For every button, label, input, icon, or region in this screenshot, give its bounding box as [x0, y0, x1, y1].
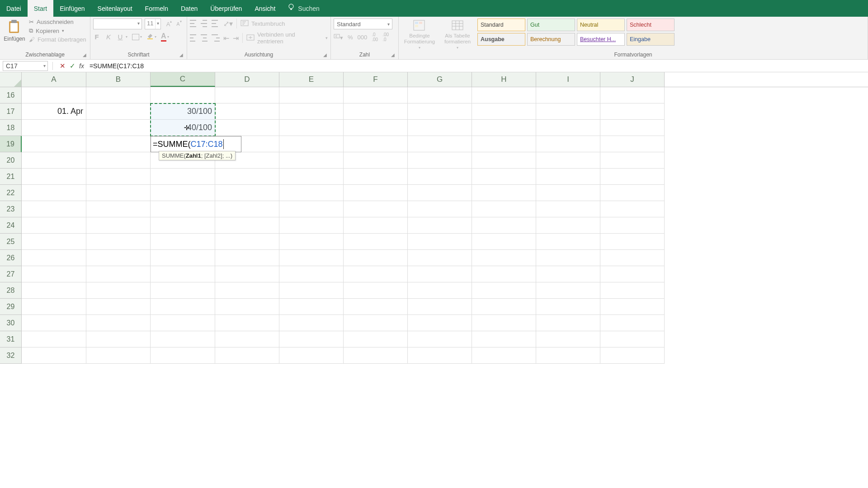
cell-D24[interactable] [215, 217, 279, 234]
decrease-font-button[interactable]: A▾ [174, 19, 183, 29]
cell-D22[interactable] [215, 185, 279, 201]
cell-F31[interactable] [344, 331, 408, 347]
cell-E30[interactable] [279, 315, 344, 331]
cell-C25[interactable] [151, 234, 215, 250]
tab-ansicht[interactable]: Ansicht [248, 0, 282, 17]
cell-editor[interactable]: =SUMME(C17:C18 [151, 136, 241, 152]
cell-B30[interactable] [86, 315, 151, 331]
style-standard[interactable]: Standard [477, 19, 525, 31]
cell-I30[interactable] [536, 315, 600, 331]
row-header-23[interactable]: 23 [0, 201, 22, 217]
cell-C30[interactable] [151, 315, 215, 331]
cancel-button[interactable]: ✕ [57, 62, 67, 70]
align-launcher-icon[interactable]: ◢ [323, 52, 327, 57]
cell-C24[interactable] [151, 217, 215, 234]
cell-E17[interactable] [279, 103, 344, 120]
cell-B31[interactable] [86, 331, 151, 347]
cell-C18[interactable]: 40/100 [151, 120, 215, 136]
cell-D32[interactable] [215, 347, 279, 364]
cell-J28[interactable] [600, 282, 665, 299]
cell-C22[interactable] [151, 185, 215, 201]
cell-B23[interactable] [86, 201, 151, 217]
cell-D26[interactable] [215, 250, 279, 266]
row-header-28[interactable]: 28 [0, 282, 22, 299]
underline-dropdown-icon[interactable]: ▾ [126, 35, 127, 39]
tab-start[interactable]: Start [28, 0, 54, 17]
cell-E21[interactable] [279, 169, 344, 185]
row-header-24[interactable]: 24 [0, 217, 22, 234]
format-as-table-button[interactable]: Als Tabelle formatieren ▾ [439, 19, 476, 51]
cell-H30[interactable] [472, 315, 536, 331]
cell-C21[interactable] [151, 169, 215, 185]
style-besuchter-link[interactable]: Besuchter H... [577, 33, 625, 46]
tab-seitenlayout[interactable]: Seitenlayout [91, 0, 139, 17]
cell-B20[interactable] [86, 152, 151, 169]
cell-G16[interactable] [408, 87, 472, 103]
tab-daten[interactable]: Daten [175, 0, 204, 17]
cell-H20[interactable] [472, 152, 536, 169]
cell-I31[interactable] [536, 331, 600, 347]
cell-E29[interactable] [279, 299, 344, 315]
style-neutral[interactable]: Neutral [577, 19, 625, 31]
cell-F28[interactable] [344, 282, 408, 299]
cell-A31[interactable] [22, 331, 86, 347]
column-header-J[interactable]: J [600, 72, 665, 87]
column-header-H[interactable]: H [472, 72, 536, 87]
decrease-decimal-button[interactable]: .00.0 [382, 32, 389, 42]
cell-J26[interactable] [600, 250, 665, 266]
cell-H29[interactable] [472, 299, 536, 315]
cell-I20[interactable] [536, 152, 600, 169]
conditional-formatting-button[interactable]: Bedingte Formatierung ▾ [401, 19, 438, 51]
cell-C32[interactable] [151, 347, 215, 364]
row-header-26[interactable]: 26 [0, 250, 22, 266]
cell-J18[interactable] [600, 120, 665, 136]
cell-J25[interactable] [600, 234, 665, 250]
cell-B19[interactable] [86, 136, 151, 152]
row-header-21[interactable]: 21 [0, 169, 22, 185]
comma-format-button[interactable]: 000 [358, 34, 368, 41]
cell-F26[interactable] [344, 250, 408, 266]
cell-E28[interactable] [279, 282, 344, 299]
cell-J27[interactable] [600, 266, 665, 282]
cell-E23[interactable] [279, 201, 344, 217]
cell-C28[interactable] [151, 282, 215, 299]
column-header-F[interactable]: F [344, 72, 408, 87]
cell-H21[interactable] [472, 169, 536, 185]
cell-B32[interactable] [86, 347, 151, 364]
cell-G32[interactable] [408, 347, 472, 364]
cell-A22[interactable] [22, 185, 86, 201]
cell-E31[interactable] [279, 331, 344, 347]
copy-button[interactable]: ⧉ Kopieren ▾ [29, 27, 86, 34]
cell-D18[interactable] [215, 120, 279, 136]
align-center-button[interactable] [201, 34, 209, 42]
cell-I19[interactable] [536, 136, 600, 152]
cell-A24[interactable] [22, 217, 86, 234]
column-header-B[interactable]: B [86, 72, 151, 87]
cell-C27[interactable] [151, 266, 215, 282]
cell-C16[interactable] [151, 87, 215, 103]
cell-B18[interactable] [86, 120, 151, 136]
cell-G31[interactable] [408, 331, 472, 347]
underline-button[interactable]: U [117, 33, 124, 41]
name-box[interactable]: C17 ▾ [3, 61, 48, 71]
cell-D29[interactable] [215, 299, 279, 315]
cell-J32[interactable] [600, 347, 665, 364]
cell-G19[interactable] [408, 136, 472, 152]
cell-H32[interactable] [472, 347, 536, 364]
cell-F22[interactable] [344, 185, 408, 201]
column-header-I[interactable]: I [536, 72, 600, 87]
cell-A21[interactable] [22, 169, 86, 185]
cell-F21[interactable] [344, 169, 408, 185]
number-launcher-icon[interactable]: ◢ [391, 52, 395, 57]
style-ausgabe[interactable]: Ausgabe [477, 33, 525, 46]
align-right-button[interactable] [212, 34, 220, 42]
cell-H28[interactable] [472, 282, 536, 299]
cell-E18[interactable] [279, 120, 344, 136]
row-header-17[interactable]: 17 [0, 103, 22, 120]
cell-B27[interactable] [86, 266, 151, 282]
cell-F27[interactable] [344, 266, 408, 282]
column-header-C[interactable]: C [151, 72, 215, 87]
font-launcher-icon[interactable]: ◢ [179, 52, 183, 57]
orientation-button[interactable]: ⤢▾ [223, 19, 233, 28]
select-all-corner[interactable] [0, 72, 22, 87]
